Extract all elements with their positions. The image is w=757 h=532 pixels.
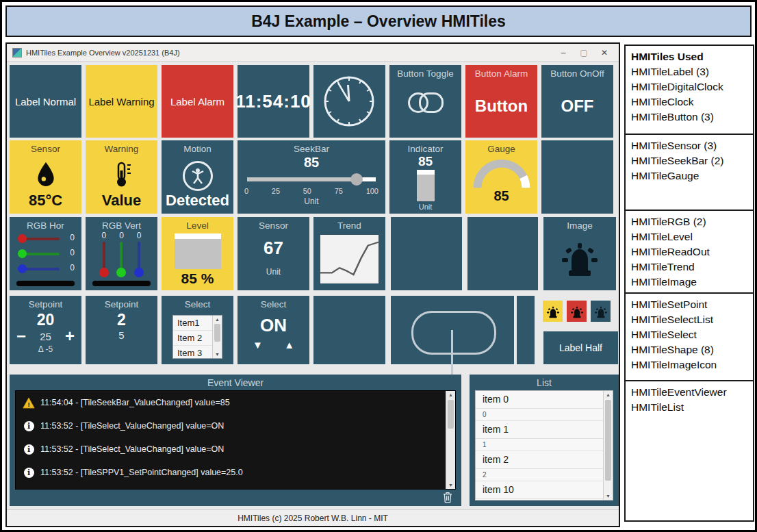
status-bar: HMITiles (c) 2025 Robert W.B. Linn - MIT bbox=[7, 509, 619, 526]
indicator-value: 85 bbox=[389, 154, 461, 169]
indicator-title: Indicator bbox=[389, 140, 461, 154]
setpoint1-plus-button[interactable]: + bbox=[65, 329, 75, 343]
select-listbox[interactable]: Item1Item 2Item 3 ▲ ▼ bbox=[172, 315, 222, 359]
scroll-down-icon[interactable]: ▼ bbox=[604, 492, 613, 500]
event-viewer-title: Event Viewer bbox=[10, 375, 461, 390]
tile-event-viewer: Event Viewer !11:54:04 - [TileSeekBar_Va… bbox=[10, 375, 461, 506]
rgb-value: 0 bbox=[101, 231, 106, 240]
level-bar bbox=[175, 233, 221, 269]
tile-seekbar[interactable]: SeekBar 85 0255075100 Unit bbox=[238, 140, 385, 214]
tile-rgb-vert[interactable]: RGB Vert 000 bbox=[86, 217, 157, 290]
event-log-text: 11:54:04 - [TileSeekBar_ValueChanged] va… bbox=[40, 398, 230, 407]
tile-button-onoff[interactable]: Button OnOff OFF bbox=[541, 65, 613, 138]
select-up-button[interactable]: ▲ bbox=[284, 339, 294, 351]
tile-indicator: Indicator 85 Unit bbox=[389, 140, 461, 214]
rgb-vert-slider-r[interactable] bbox=[99, 242, 109, 277]
label-alarm-text: Label Alarm bbox=[162, 65, 233, 138]
seekbar-thumb[interactable] bbox=[350, 173, 363, 186]
tile-empty-1 bbox=[541, 140, 613, 214]
rgb-value: 0 bbox=[137, 231, 142, 240]
sensor-value: 85°C bbox=[10, 192, 81, 210]
select-option[interactable]: Item1 bbox=[173, 316, 214, 331]
tile-button-alarm[interactable]: Button Alarm Button bbox=[465, 65, 537, 138]
sidebar-header: HMITiles Used bbox=[631, 49, 749, 64]
pipe-line-shape bbox=[451, 330, 453, 375]
sidebar-item: HMITileLevel bbox=[631, 229, 749, 244]
select-value: ON bbox=[238, 315, 309, 336]
rgb-vert-color-preview bbox=[92, 281, 151, 286]
button-onoff-state: OFF bbox=[541, 97, 613, 116]
readout-value: 67 bbox=[238, 238, 309, 259]
tile-button-toggle[interactable]: Button Toggle bbox=[389, 65, 461, 138]
list-item-sub[interactable]: 0 bbox=[476, 409, 604, 421]
rgb-hor-slider-r[interactable]: 0 bbox=[18, 232, 75, 246]
event-log-scrollbar[interactable]: ▲ ▼ bbox=[446, 391, 455, 489]
thermometer-icon bbox=[86, 161, 157, 188]
tile-rgb-hor[interactable]: RGB Hor 000 bbox=[10, 217, 81, 290]
tile-image: Image bbox=[543, 217, 616, 290]
slider-thumb[interactable] bbox=[18, 264, 27, 273]
sidebar-item: HMITileSelect bbox=[631, 327, 749, 342]
rgb-hor-slider-g[interactable]: 0 bbox=[18, 247, 75, 261]
list-item[interactable]: item 1 bbox=[476, 421, 604, 439]
seekbar-slider[interactable] bbox=[247, 173, 376, 186]
scroll-down-icon[interactable]: ▼ bbox=[446, 481, 455, 489]
list-scrollbar[interactable]: ▲ ▼ bbox=[603, 391, 613, 500]
slider-thumb[interactable] bbox=[116, 268, 126, 277]
slider-thumb[interactable] bbox=[18, 234, 27, 243]
event-log[interactable]: !11:54:04 - [TileSeekBar_ValueChanged] v… bbox=[15, 390, 456, 490]
button-alarm-label: Button bbox=[465, 97, 537, 116]
svg-text:!: ! bbox=[27, 400, 29, 407]
list-item-sub[interactable]: 2 bbox=[476, 469, 604, 481]
select-option[interactable]: Item 3 bbox=[173, 346, 214, 359]
list-item-sub[interactable]: 1 bbox=[476, 439, 604, 451]
label-half-text: Label Half bbox=[543, 331, 618, 364]
trash-icon[interactable] bbox=[442, 492, 453, 504]
setpoint1-minus-button[interactable]: − bbox=[16, 329, 26, 343]
indicator-bar bbox=[417, 170, 435, 201]
sidebar-item: HMITileSensor (3) bbox=[631, 138, 749, 153]
tile-label-half: Label Half bbox=[543, 331, 618, 364]
sidebar-item: HMITileTrend bbox=[631, 259, 749, 275]
slider-thumb[interactable] bbox=[99, 268, 109, 277]
seekbar-ticks: 0255075100 bbox=[244, 187, 378, 195]
maximize-button[interactable]: ▢ bbox=[574, 46, 594, 60]
tile-setpoint-2[interactable]: Setpoint 2 5 bbox=[86, 296, 157, 364]
tile-setpoint-1[interactable]: Setpoint 20 − 25 + Δ -5 bbox=[10, 296, 81, 364]
scroll-up-icon[interactable]: ▲ bbox=[446, 391, 455, 398]
close-button[interactable]: ✕ bbox=[594, 46, 615, 60]
sidebar-item: HMITileGauge bbox=[631, 168, 749, 183]
tile-readout: Sensor 67 Unit bbox=[238, 217, 309, 290]
sidebar-item: HMITileClock bbox=[631, 94, 749, 110]
scroll-up-icon[interactable]: ▲ bbox=[604, 391, 613, 398]
scroll-up-icon[interactable]: ▲ bbox=[213, 316, 222, 323]
tile-label-alarm: Label Alarm bbox=[162, 65, 233, 138]
rgb-vert-slider-b[interactable] bbox=[134, 242, 144, 277]
listview[interactable]: item 00item 11item 22item 10 ▲ ▼ bbox=[475, 390, 613, 501]
tile-select[interactable]: Select ON ▼ ▲ bbox=[238, 296, 309, 364]
rgb-value: 0 bbox=[70, 233, 75, 242]
page-title: B4J Example – Overview HMITiles bbox=[5, 5, 752, 37]
select-down-button[interactable]: ▼ bbox=[253, 339, 263, 351]
rgb-hor-slider-b[interactable]: 0 bbox=[18, 262, 75, 276]
scroll-down-icon[interactable]: ▼ bbox=[213, 351, 222, 358]
motion-person-icon bbox=[162, 161, 233, 191]
slider-thumb[interactable] bbox=[18, 249, 27, 258]
select-option[interactable]: Item 2 bbox=[173, 331, 214, 346]
minimize-button[interactable]: – bbox=[553, 46, 574, 60]
drop-icon bbox=[10, 161, 81, 187]
rgb-vert-slider-g[interactable] bbox=[116, 242, 126, 277]
gauge-value: 85 bbox=[465, 188, 537, 204]
list-item[interactable]: item 0 bbox=[476, 391, 604, 409]
list-item[interactable]: item 2 bbox=[476, 451, 604, 469]
rgb-vert-title: RGB Vert bbox=[86, 217, 157, 231]
app-icon bbox=[12, 48, 22, 58]
list-item[interactable]: item 10 bbox=[476, 481, 604, 499]
select-list-scrollbar[interactable]: ▲ ▼ bbox=[212, 316, 222, 358]
slider-thumb[interactable] bbox=[134, 268, 144, 277]
tile-select-list[interactable]: Select Item1Item 2Item 3 ▲ ▼ bbox=[162, 296, 233, 364]
sidebar-item: HMITileList bbox=[631, 400, 749, 415]
clock-icon bbox=[313, 65, 385, 138]
sidebar-section-5: HMITileEventViewerHMITileList bbox=[624, 380, 754, 522]
seekbar-title: SeekBar bbox=[238, 140, 385, 154]
